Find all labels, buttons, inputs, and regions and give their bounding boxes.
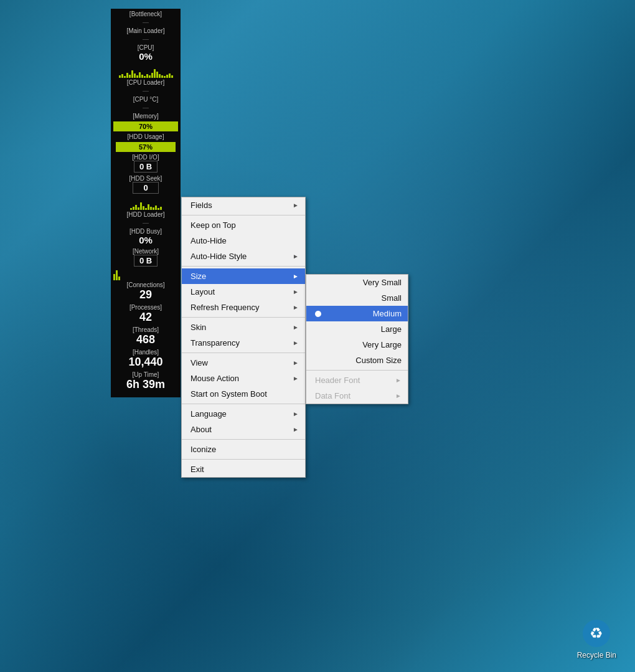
widget-uptime-label: [Up Time] 6h 39m — [111, 370, 181, 392]
widget-hdd-usage-bar: 57% — [116, 142, 175, 152]
recycle-bin-icon: ♻ — [581, 618, 611, 648]
transparency-arrow-icon: ► — [293, 339, 299, 346]
widget-hdd-usage-label: [HDD Usage] — [111, 132, 181, 141]
submenu-item-medium[interactable]: Medium — [306, 306, 408, 321]
menu-item-fields[interactable]: Fields ► — [182, 197, 305, 213]
widget-memory-label: [Memory] — [111, 111, 181, 121]
menu-item-layout[interactable]: Layout ► — [182, 284, 305, 300]
recycle-bin-label: Recycle Bin — [577, 651, 616, 660]
widget-bottleneck-label: [Bottleneck] — [111, 9, 181, 19]
widget-div-1: — — [111, 19, 181, 26]
menu-item-refresh-frequency[interactable]: Refresh Frequency ► — [182, 300, 305, 315]
menu-sep-5 — [182, 404, 305, 404]
widget-network-chart — [111, 268, 181, 280]
language-arrow-icon: ► — [293, 410, 299, 417]
about-arrow-icon: ► — [293, 426, 299, 433]
widget-div-5: — — [111, 219, 181, 227]
skin-arrow-icon: ► — [293, 324, 299, 331]
fields-arrow-icon: ► — [293, 202, 299, 209]
submenu-item-very-large[interactable]: Very Large — [306, 337, 408, 353]
widget-div-4: — — [111, 104, 181, 111]
view-arrow-icon: ► — [293, 359, 299, 366]
menu-item-auto-hide-style[interactable]: Auto-Hide Style ► — [182, 248, 305, 264]
data-font-arrow-icon: ► — [395, 392, 402, 399]
header-font-arrow-icon: ► — [395, 377, 402, 384]
size-submenu: Very Small Small Medium Large Very Large… — [306, 274, 408, 404]
widget-cpu-label: [CPU] 0% — [111, 43, 181, 63]
refresh-arrow-icon: ► — [293, 304, 299, 311]
widget-hdd-seek-label: [HDD Seek] 0 — [111, 174, 181, 195]
menu-sep-2 — [182, 266, 305, 267]
mouse-action-arrow-icon: ► — [293, 375, 299, 382]
widget-network-label: [Network] 0 B — [111, 247, 181, 268]
widget-threads-label: [Threads] 468 — [111, 325, 181, 348]
widget-hdd-loader-label: [HDD Loader] — [111, 210, 181, 219]
widget-processes-label: [Processes] 42 — [111, 303, 181, 325]
menu-item-iconize[interactable]: Iconize — [182, 442, 305, 457]
menu-item-auto-hide[interactable]: Auto-Hide — [182, 233, 305, 248]
medium-selected-bullet — [315, 311, 321, 317]
menu-item-start-on-boot[interactable]: Start on System Boot — [182, 386, 305, 402]
menu-sep-1 — [182, 215, 305, 215]
menu-item-view[interactable]: View ► — [182, 355, 305, 371]
widget-div-3: — — [111, 87, 181, 95]
widget-handles-label: [Handles] 10,440 — [111, 348, 181, 370]
submenu-item-small[interactable]: Small — [306, 290, 408, 306]
context-menu: Fields ► Keep on Top Auto-Hide Auto-Hide… — [181, 197, 306, 478]
menu-item-mouse-action[interactable]: Mouse Action ► — [182, 371, 305, 386]
menu-item-transparency[interactable]: Transparency ► — [182, 335, 305, 351]
sidebar-widget: [Bottleneck] — [Main Loader] — [CPU] 0% … — [111, 9, 181, 397]
widget-cpu-c-label: [CPU °C] — [111, 95, 181, 104]
recycle-bin[interactable]: ♻ Recycle Bin — [577, 618, 616, 660]
submenu-item-very-small[interactable]: Very Small — [306, 275, 408, 290]
widget-memory-bar: 70% — [113, 121, 178, 131]
layout-arrow-icon: ► — [293, 288, 299, 295]
widget-hdd-chart — [111, 195, 181, 210]
widget-cpu-chart — [111, 63, 181, 78]
submenu-item-large[interactable]: Large — [306, 321, 408, 337]
svg-text:♻: ♻ — [590, 625, 603, 641]
menu-sep-3 — [182, 317, 305, 318]
menu-item-size[interactable]: Size ► — [182, 268, 305, 284]
widget-connections-label: [Connections] 29 — [111, 280, 181, 303]
widget-hdd-busy-label: [HDD Busy] 0% — [111, 227, 181, 247]
widget-cpu-loader-label: [CPU Loader] — [111, 78, 181, 87]
submenu-item-data-font: Data Font ► — [306, 388, 408, 404]
submenu-item-header-font: Header Font ► — [306, 372, 408, 388]
menu-item-exit[interactable]: Exit — [182, 461, 305, 477]
widget-hdd-io-label: [HDD I/O] 0 B — [111, 153, 181, 174]
widget-main-loader: [Main Loader] — [111, 26, 181, 35]
menu-item-keep-on-top[interactable]: Keep on Top — [182, 217, 305, 233]
size-arrow-icon: ► — [293, 273, 299, 280]
auto-hide-style-arrow-icon: ► — [293, 253, 299, 260]
menu-item-about[interactable]: About ► — [182, 422, 305, 437]
menu-item-skin[interactable]: Skin ► — [182, 319, 305, 335]
submenu-item-custom-size[interactable]: Custom Size — [306, 353, 408, 368]
submenu-sep-1 — [306, 370, 408, 371]
menu-item-language[interactable]: Language ► — [182, 406, 305, 422]
widget-div-2: — — [111, 35, 181, 43]
menu-sep-7 — [182, 459, 305, 460]
menu-sep-6 — [182, 439, 305, 440]
menu-sep-4 — [182, 353, 305, 353]
